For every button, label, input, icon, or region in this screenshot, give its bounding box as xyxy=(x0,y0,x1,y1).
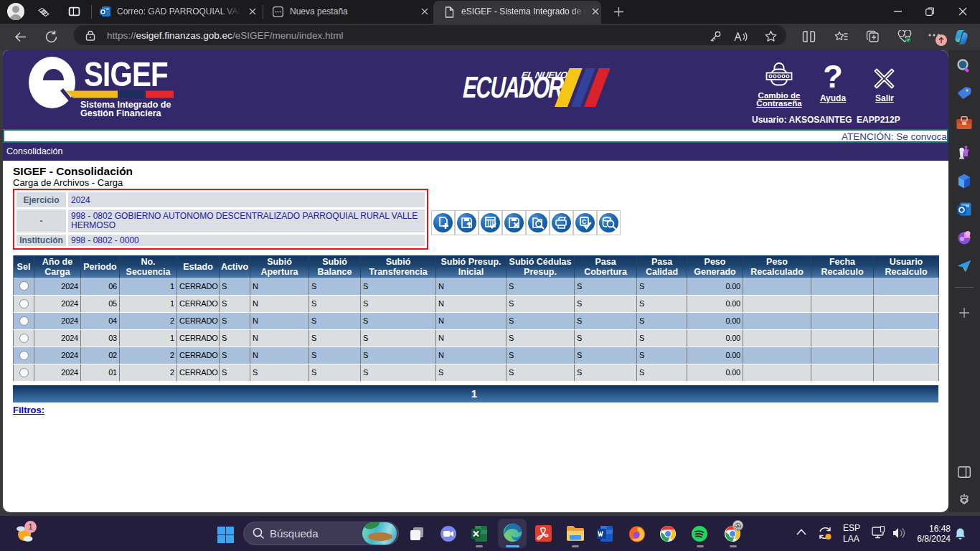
svg-text:C: C xyxy=(582,218,587,225)
